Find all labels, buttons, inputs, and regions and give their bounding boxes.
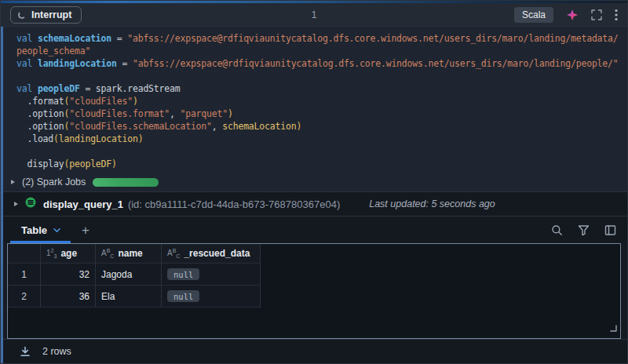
notebook-cell: 1 Interrupt Scala xyxy=(0,0,628,364)
spinner-icon xyxy=(18,11,26,19)
resize-handle-icon[interactable] xyxy=(610,321,617,335)
code-line xyxy=(16,145,624,158)
query-expand-icon[interactable] xyxy=(14,202,18,206)
code-line: .option("cloudFiles.format", "parquet") xyxy=(16,107,624,120)
code-line: val peopleDF = spark.readStream xyxy=(16,82,624,95)
add-visualization-button[interactable]: + xyxy=(82,224,89,237)
side-panel-icon[interactable] xyxy=(604,224,616,236)
table-cell: 32 xyxy=(41,264,96,286)
streaming-status-icon xyxy=(25,197,36,211)
query-id: (id: cb9a1111-c7dd-44da-b673-768780367e0… xyxy=(128,198,340,210)
query-last-updated: Last updated: 5 seconds ago xyxy=(369,198,495,209)
null-value-badge: null xyxy=(167,268,199,280)
tab-table[interactable]: Table xyxy=(10,217,71,243)
toolbar-actions: Scala xyxy=(514,7,618,23)
query-status-row: display_query_1 (id: cb9a1111-c7dd-44da-… xyxy=(1,191,627,216)
language-badge[interactable]: Scala xyxy=(514,7,553,23)
table-cell: null xyxy=(162,286,261,308)
assistant-sparkle-icon[interactable] xyxy=(566,9,579,21)
column-header-name[interactable]: ABCname xyxy=(96,244,162,264)
table-header-row: 123ageABCnameABC_rescued_data xyxy=(8,244,620,264)
code-line: .load(landingLocation) xyxy=(16,133,624,145)
tab-table-label: Table xyxy=(21,224,47,236)
query-name: display_query_1 xyxy=(43,198,123,210)
download-icon[interactable] xyxy=(20,346,31,357)
table-row[interactable]: 132Jagodanull xyxy=(8,264,620,286)
code-line: val landingLocation = "abfss://expspace@… xyxy=(16,57,624,70)
column-header-_rescued_data[interactable]: ABC_rescued_data xyxy=(162,244,261,264)
code-line: val schemaLocation = "abfss://expspace@r… xyxy=(16,32,624,45)
spark-jobs-progress-bar[interactable] xyxy=(93,178,159,187)
cell-menu-kebab-icon[interactable] xyxy=(615,9,618,21)
spark-jobs-expand-icon[interactable] xyxy=(11,180,15,184)
code-line: .format("cloudFiles") xyxy=(16,95,624,107)
interrupt-button[interactable]: Interrupt xyxy=(10,6,82,24)
table-cell: 36 xyxy=(41,286,96,308)
cell-toolbar: 1 Interrupt Scala xyxy=(1,3,627,27)
code-line xyxy=(16,70,624,82)
code-line: people_schema" xyxy=(16,45,624,57)
chevron-down-icon xyxy=(53,226,61,235)
number-type-icon: 123 xyxy=(46,248,57,259)
expand-fullscreen-icon[interactable] xyxy=(591,9,602,20)
string-type-icon: ABC xyxy=(101,248,114,259)
interrupt-label: Interrupt xyxy=(31,9,71,20)
null-value-badge: null xyxy=(167,290,199,302)
search-icon[interactable] xyxy=(551,224,563,236)
cell-focus-bar xyxy=(1,27,3,363)
spark-jobs-label: (2) Spark Jobs xyxy=(22,177,86,187)
results-table-container[interactable]: 123ageABCnameABC_rescued_data132Jagodanu… xyxy=(7,243,621,339)
table-row[interactable]: 236Elanull xyxy=(8,286,620,308)
row-count-label: 2 rows xyxy=(42,346,71,357)
table-cell: Ela xyxy=(96,286,162,308)
table-cell: Jagoda xyxy=(96,264,162,286)
results-footer: 2 rows xyxy=(1,339,627,363)
row-index: 1 xyxy=(8,264,41,286)
filter-icon[interactable] xyxy=(578,224,590,236)
code-line: .option("cloudFiles.schemaLocation", sch… xyxy=(16,120,624,133)
row-index: 2 xyxy=(8,286,41,308)
column-header-age[interactable]: 123age xyxy=(41,244,96,264)
code-editor[interactable]: val schemaLocation = "abfss://expspace@r… xyxy=(1,27,627,174)
results-actions xyxy=(551,224,616,236)
table-cell: null xyxy=(162,264,261,286)
spark-jobs-row: (2) Spark Jobs xyxy=(1,174,627,191)
string-type-icon: ABC xyxy=(167,248,180,259)
results-tab-bar: Table + xyxy=(1,216,627,243)
code-line: display(peopleDF) xyxy=(16,158,624,170)
